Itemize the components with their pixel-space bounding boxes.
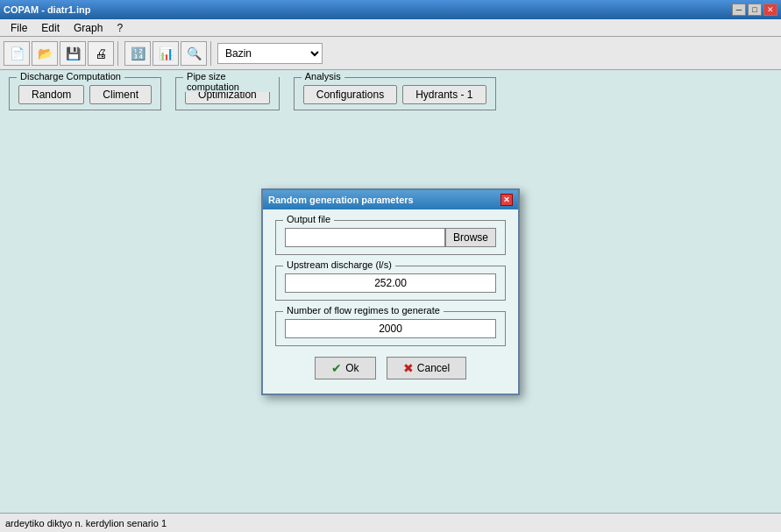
dialog-title-text: Random generation parameters (268, 195, 414, 205)
dialog-close-button[interactable]: ✕ (501, 194, 513, 206)
ok-button[interactable]: ✔ Ok (315, 357, 376, 379)
browse-row: Browse (285, 228, 496, 247)
graph-button[interactable]: 📊 (153, 41, 179, 66)
output-file-input[interactable] (285, 228, 445, 247)
cancel-icon: ✖ (403, 361, 414, 375)
menu-edit[interactable]: Edit (34, 20, 67, 36)
flow-regimes-input[interactable] (285, 319, 496, 338)
upstream-discharge-input[interactable] (285, 273, 496, 293)
formula-dropdown[interactable]: Bazin (217, 43, 323, 64)
zoom-button[interactable]: 🔍 (181, 41, 207, 66)
title-bar: COPAM - diatr1.inp ─ □ ✕ (0, 0, 781, 19)
maximize-button[interactable]: □ (748, 4, 762, 16)
menu-graph[interactable]: Graph (67, 20, 110, 36)
dialog-buttons: ✔ Ok ✖ Cancel (275, 357, 506, 379)
upstream-discharge-label: Upstream discharge (l/s) (283, 259, 395, 270)
dialog-body: Output file Browse Upstream discharge (l… (263, 209, 518, 394)
dialog-random-generation: Random generation parameters ✕ Output fi… (261, 188, 520, 395)
status-text: ardeytiko diktyo n. kerdylion senario 1 (5, 518, 167, 528)
cancel-button[interactable]: ✖ Cancel (387, 357, 466, 379)
output-file-label: Output file (283, 214, 334, 224)
main-content: Discharge Computation Random Climent Pip… (0, 70, 781, 513)
status-bar: ardeytiko diktyo n. kerdylion senario 1 (0, 513, 781, 532)
modal-overlay: Random generation parameters ✕ Output fi… (0, 70, 781, 513)
ok-icon: ✔ (331, 361, 342, 375)
open-button[interactable]: 📂 (32, 41, 58, 66)
flow-regimes-group: Number of flow regimes to generate (275, 311, 506, 346)
dialog-title-bar: Random generation parameters ✕ (263, 190, 518, 209)
close-button[interactable]: ✕ (763, 4, 777, 16)
flow-regimes-label: Number of flow regimes to generate (283, 305, 444, 316)
title-bar-controls: ─ □ ✕ (732, 4, 777, 16)
print-button[interactable]: 🖨 (88, 41, 114, 66)
menu-bar: File Edit Graph ? (0, 19, 781, 37)
browse-button[interactable]: Browse (445, 228, 496, 247)
new-button[interactable]: 📄 (4, 41, 30, 66)
toolbar-separator-2 (210, 41, 214, 66)
toolbar-separator-1 (117, 41, 121, 66)
minimize-button[interactable]: ─ (732, 4, 746, 16)
save-button[interactable]: 💾 (60, 41, 86, 66)
output-file-group: Output file Browse (275, 220, 506, 255)
calc-button[interactable]: 🔢 (124, 41, 151, 66)
menu-file[interactable]: File (4, 20, 34, 36)
toolbar: 📄 📂 💾 🖨 🔢 📊 🔍 Bazin (0, 37, 781, 70)
ok-label: Ok (345, 362, 359, 374)
title-bar-text: COPAM - diatr1.inp (4, 4, 90, 15)
upstream-discharge-group: Upstream discharge (l/s) (275, 266, 506, 301)
menu-help[interactable]: ? (110, 20, 130, 36)
cancel-label: Cancel (417, 362, 450, 374)
